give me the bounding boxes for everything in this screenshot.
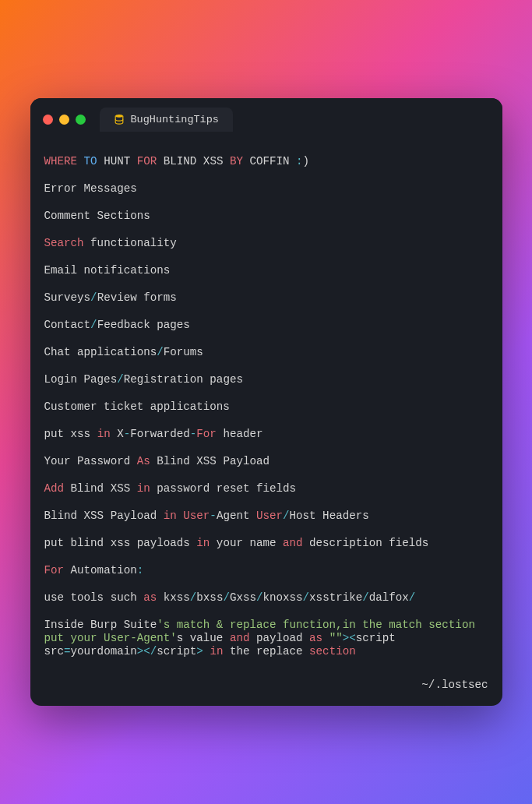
code-token: / — [409, 591, 416, 604]
code-line: Surveys/Review forms — [44, 291, 488, 305]
code-line: use tools such as kxss/bxss/Gxss/knoxss/… — [44, 591, 488, 605]
code-token: section — [309, 645, 356, 658]
code-token: : — [137, 564, 144, 577]
code-line: Add Blind XSS in password reset fields — [44, 482, 488, 495]
code-token: / — [362, 591, 369, 604]
code-token: xsstrike — [309, 591, 362, 604]
tab-bughuntingtips[interactable]: BugHuntingTips — [100, 108, 233, 132]
code-token: / — [150, 645, 157, 658]
code-token: Login Pages — [44, 373, 118, 386]
code-token: use tools such — [44, 591, 144, 604]
code-token: password reset fields — [150, 482, 296, 495]
svg-point-0 — [115, 115, 123, 118]
code-line: Contact/Feedback pages — [44, 319, 488, 332]
code-token: put xss — [44, 428, 97, 440]
code-token: and — [283, 537, 303, 549]
code-token: User — [256, 510, 283, 522]
code-token: User — [183, 510, 210, 522]
code-line: Search functionality — [44, 237, 488, 250]
maximize-icon[interactable] — [76, 115, 86, 125]
code-token: as — [143, 591, 157, 604]
code-token: FOR — [137, 155, 157, 168]
code-token: kxss — [157, 591, 190, 604]
code-token: ) — [303, 155, 310, 168]
code-token: As — [137, 455, 150, 467]
code-token: < — [143, 645, 150, 658]
code-token: Blind XSS Payload — [44, 510, 164, 522]
code-token: Feedback pages — [97, 319, 190, 331]
code-token: / — [117, 373, 124, 386]
code-token: Registration pages — [124, 373, 243, 386]
code-line: put blind xss payloads in your name and … — [44, 537, 488, 550]
code-line: For Automation: — [44, 564, 488, 577]
code-token: put blind xss payloads — [44, 537, 197, 549]
code-token: payload — [249, 632, 309, 644]
code-token — [322, 632, 329, 644]
code-token — [77, 155, 84, 168]
code-token: / — [157, 346, 164, 358]
minimize-icon[interactable] — [59, 115, 69, 125]
code-token: - — [124, 428, 131, 440]
code-token: dalfox — [369, 591, 409, 604]
code-token: Email notifications — [44, 264, 171, 277]
code-line: Comment Sections — [44, 210, 488, 223]
code-token: Error Messages — [44, 182, 137, 195]
code-token: / — [90, 319, 97, 331]
code-token: Blind XSS — [64, 482, 137, 495]
code-token: Comment Sections — [44, 210, 150, 222]
code-token: Blind XSS Payload — [150, 455, 270, 467]
code-token: > — [196, 645, 203, 658]
code-line: put xss in X-Forwarded-For header — [44, 428, 488, 441]
code-token: as — [309, 632, 322, 644]
database-icon — [114, 114, 125, 125]
code-token: Contact — [44, 319, 91, 331]
code-token: knoxss — [263, 591, 303, 604]
code-line: Error Messages — [44, 182, 488, 196]
code-token: your name — [210, 537, 283, 549]
code-token: BY — [230, 155, 243, 168]
code-token: > — [343, 632, 350, 644]
code-token: in — [210, 645, 223, 658]
close-icon[interactable] — [43, 115, 53, 125]
code-token: Your Password — [44, 455, 137, 467]
code-token: / — [223, 591, 230, 604]
code-token: / — [283, 510, 290, 522]
code-token: COFFIN — [243, 155, 296, 168]
code-token: / — [303, 591, 310, 604]
code-token: Agent — [217, 510, 256, 522]
code-token: / — [90, 291, 97, 304]
code-token: yourdomain — [71, 645, 137, 658]
code-token: < — [349, 632, 356, 644]
code-token: TO — [84, 155, 97, 168]
code-token: and — [230, 632, 250, 644]
code-token: For — [196, 428, 217, 440]
code-token: script — [157, 645, 196, 658]
tab-title: BugHuntingTips — [131, 114, 219, 125]
code-token: in — [196, 537, 210, 549]
code-token: Customer ticket applications — [44, 400, 230, 413]
code-token: - — [210, 510, 217, 522]
code-token: Forums — [164, 346, 203, 358]
titlebar: BugHuntingTips — [30, 98, 502, 138]
code-line: Your Password As Blind XSS Payload — [44, 455, 488, 468]
code-token: Chat applications — [44, 346, 157, 358]
code-token: Search — [44, 237, 84, 249]
code-token: WHERE — [44, 155, 78, 168]
code-token: > — [137, 645, 144, 658]
code-token: Review forms — [97, 291, 177, 304]
code-line: Customer ticket applications — [44, 400, 488, 414]
code-token: header — [217, 428, 263, 440]
code-line: Chat applications/Forums — [44, 346, 488, 359]
code-line: Login Pages/Registration pages — [44, 373, 488, 386]
code-token: Surveys — [44, 291, 91, 304]
code-token: Forwarded — [130, 428, 190, 440]
code-token: in — [137, 482, 150, 495]
code-line: Email notifications — [44, 264, 488, 277]
window-controls — [43, 115, 86, 125]
code-token: description fields — [303, 537, 429, 549]
code-token: "" — [329, 632, 343, 644]
code-token: HUNT — [97, 155, 137, 168]
code-token: For — [44, 564, 65, 577]
code-token: functionality — [84, 237, 177, 249]
code-line: Blind XSS Payload in User-Agent User/Hos… — [44, 510, 488, 523]
